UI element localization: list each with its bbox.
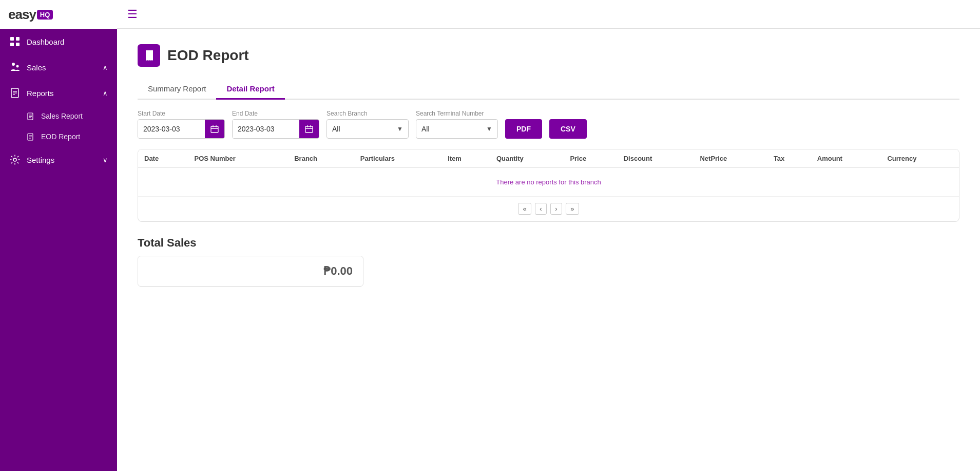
no-data-row: There are no reports for this branch: [138, 168, 959, 197]
logo-hq-text: HQ: [37, 10, 53, 20]
end-date-label: End Date: [232, 110, 319, 117]
branch-group: Search Branch All ▼: [326, 110, 409, 139]
svg-rect-3: [16, 43, 20, 46]
end-date-input[interactable]: [233, 120, 299, 138]
terminal-label: Search Terminal Number: [416, 110, 498, 117]
page-header: EOD Report: [138, 44, 959, 67]
pagination-cell: « ‹ › »: [138, 197, 959, 221]
list-icon: [27, 132, 36, 141]
total-sales-amount: ₱0.00: [323, 265, 353, 278]
no-data-message: There are no reports for this branch: [138, 168, 959, 197]
end-date-input-wrap: [232, 119, 319, 139]
pagination-last-button[interactable]: »: [566, 203, 579, 215]
svg-rect-2: [10, 43, 14, 46]
svg-rect-19: [211, 126, 218, 133]
start-date-input-wrap: [138, 119, 225, 139]
end-date-group: End Date: [232, 110, 319, 139]
dashboard-icon: [9, 36, 21, 47]
start-date-label: Start Date: [138, 110, 225, 117]
col-amount: Amount: [811, 149, 881, 168]
col-pos-number: POS Number: [188, 149, 289, 168]
hamburger-menu-icon[interactable]: ☰: [127, 8, 138, 21]
settings-label: Settings: [27, 156, 54, 164]
eod-report-label: EOD Report: [41, 133, 80, 141]
terminal-select-wrap: All ▼: [416, 119, 498, 139]
page-header-icon: [138, 44, 160, 67]
calendar-icon: [210, 125, 219, 133]
calendar-icon: [305, 125, 313, 133]
tab-detail[interactable]: Detail Report: [216, 79, 284, 100]
tabs-bar: Summary Report Detail Report: [138, 79, 959, 100]
col-currency: Currency: [881, 149, 959, 168]
sidebar-item-label: Reports: [27, 89, 54, 98]
start-date-input[interactable]: [138, 120, 205, 138]
start-date-calendar-button[interactable]: [205, 119, 224, 139]
svg-rect-23: [305, 126, 313, 133]
logo-easy-text: easy: [8, 7, 36, 23]
pagination-prev-button[interactable]: ‹: [535, 203, 546, 215]
svg-point-5: [16, 65, 19, 68]
terminal-group: Search Terminal Number All ▼: [416, 110, 498, 139]
col-item: Item: [441, 149, 490, 168]
main-container: ☰ EOD Report Summary Report Detail Repor…: [117, 0, 980, 471]
chevron-down-icon: ∨: [103, 156, 108, 164]
col-date: Date: [138, 149, 188, 168]
col-tax: Tax: [767, 149, 811, 168]
sidebar-item-label: Sales: [27, 63, 46, 72]
receipt-icon: [143, 49, 155, 62]
sidebar-item-sales[interactable]: Sales ∧: [0, 54, 117, 80]
settings-icon: [9, 154, 21, 165]
col-netprice: NetPrice: [694, 149, 767, 168]
svg-point-4: [12, 63, 15, 66]
col-branch: Branch: [288, 149, 354, 168]
total-sales-box: ₱0.00: [138, 256, 363, 287]
content-area: EOD Report Summary Report Detail Report …: [117, 29, 980, 471]
end-date-calendar-button[interactable]: [299, 119, 319, 139]
sales-report-label: Sales Report: [41, 112, 83, 120]
col-price: Price: [564, 149, 617, 168]
branch-select[interactable]: All: [332, 125, 403, 133]
dollar-icon: [27, 111, 36, 121]
report-table: Date POS Number Branch Particulars Item …: [138, 149, 959, 221]
sidebar-item-label: Dashboard: [27, 37, 64, 46]
report-table-card: Date POS Number Branch Particulars Item …: [138, 149, 959, 222]
csv-button[interactable]: CSV: [549, 119, 587, 139]
col-discount: Discount: [618, 149, 694, 168]
svg-rect-0: [10, 37, 14, 41]
pagination-first-button[interactable]: «: [518, 203, 531, 215]
pagination-row: « ‹ › »: [138, 197, 959, 221]
pagination-next-button[interactable]: ›: [550, 203, 562, 215]
reports-icon: [9, 87, 21, 99]
sidebar-item-settings[interactable]: Settings ∨: [0, 147, 117, 173]
pdf-button[interactable]: PDF: [505, 119, 542, 139]
branch-label: Search Branch: [326, 110, 409, 117]
chevron-down-icon: ∧: [103, 64, 108, 71]
col-quantity: Quantity: [490, 149, 564, 168]
terminal-select[interactable]: All: [421, 125, 492, 133]
col-particulars: Particulars: [354, 149, 441, 168]
total-sales-label: Total Sales: [138, 236, 959, 250]
sidebar-item-sales-report[interactable]: Sales Report: [0, 106, 117, 126]
sales-icon: [9, 62, 21, 73]
tab-summary[interactable]: Summary Report: [138, 79, 216, 100]
sidebar-item-reports[interactable]: Reports ∧: [0, 80, 117, 106]
sidebar-item-eod-report[interactable]: EOD Report: [0, 126, 117, 147]
table-header-row: Date POS Number Branch Particulars Item …: [138, 149, 959, 168]
sidebar: easy HQ Dashboard Sales ∧ Reports ∧ Sale…: [0, 0, 117, 471]
logo: easy HQ: [0, 0, 117, 29]
filters-row: Start Date End Date: [138, 110, 959, 139]
branch-select-wrap: All ▼: [326, 119, 409, 139]
chevron-up-icon: ∧: [103, 89, 108, 97]
svg-rect-1: [16, 37, 20, 41]
total-sales-section: Total Sales ₱0.00: [138, 236, 959, 287]
start-date-group: Start Date: [138, 110, 225, 139]
topbar: ☰: [117, 0, 980, 29]
svg-point-18: [13, 158, 16, 161]
sidebar-item-dashboard[interactable]: Dashboard: [0, 29, 117, 54]
page-title: EOD Report: [167, 47, 249, 64]
